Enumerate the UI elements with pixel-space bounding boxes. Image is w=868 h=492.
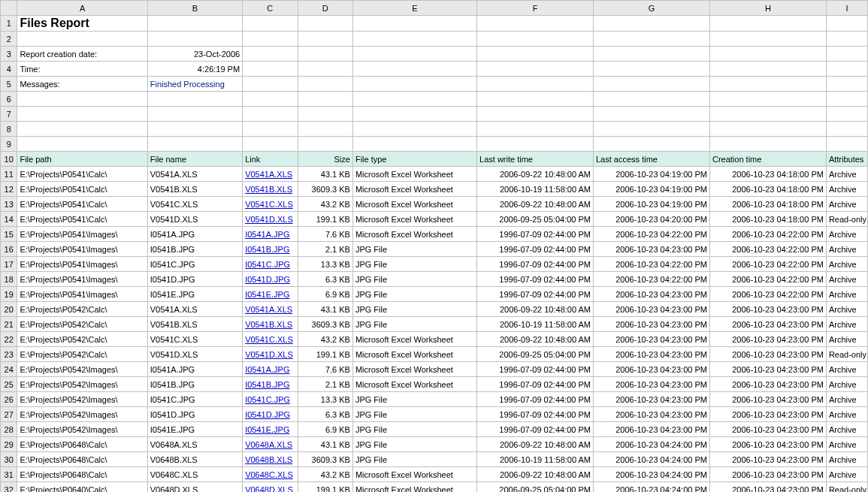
cell-file-type[interactable]: JPG File xyxy=(352,407,476,422)
cell-file-path[interactable]: E:\Projects\P0541\Images\ xyxy=(17,287,147,302)
cell[interactable] xyxy=(477,137,594,152)
cell[interactable] xyxy=(298,47,352,62)
row-header[interactable]: 32 xyxy=(1,482,17,493)
cell[interactable] xyxy=(298,122,352,137)
cell[interactable] xyxy=(477,107,594,122)
cell-last-access[interactable]: 2006-10-23 04:23:00 PM xyxy=(594,287,710,302)
cell-last-write[interactable]: 2006-09-25 05:04:00 PM xyxy=(477,212,594,227)
cell-file-name[interactable]: I0541E.JPG xyxy=(147,287,242,302)
cell-last-write[interactable]: 1996-07-09 02:44:00 PM xyxy=(477,362,594,377)
cell-link[interactable]: V0541B.XLS xyxy=(243,182,298,197)
cell-link[interactable]: I0541D.JPG xyxy=(243,272,298,287)
cell-creation[interactable]: 2006-10-23 04:22:00 PM xyxy=(709,242,826,257)
cell-link[interactable]: V0541A.XLS xyxy=(243,302,298,317)
row-header[interactable]: 14 xyxy=(1,212,17,227)
cell-file-name[interactable]: I0541A.JPG xyxy=(147,362,242,377)
cell[interactable] xyxy=(594,92,710,107)
cell-attributes[interactable]: Archive xyxy=(826,197,867,212)
cell-attributes[interactable]: Archive xyxy=(826,467,867,482)
page-title[interactable]: Files Report xyxy=(17,16,147,32)
cell-link[interactable]: V0541D.XLS xyxy=(243,212,298,227)
cell-link[interactable]: V0648B.XLS xyxy=(243,452,298,467)
cell-file-path[interactable]: E:\Projects\P0542\Images\ xyxy=(17,362,147,377)
cell-last-write[interactable]: 1996-07-09 02:44:00 PM xyxy=(477,227,594,242)
cell-link[interactable]: I0541E.JPG xyxy=(243,287,298,302)
cell-attributes[interactable]: Archive xyxy=(826,422,867,437)
cell-last-write[interactable]: 1996-07-09 02:44:00 PM xyxy=(477,422,594,437)
col-header[interactable]: C xyxy=(243,1,298,16)
cell[interactable] xyxy=(709,16,826,32)
cell-creation[interactable]: 2006-10-23 04:23:00 PM xyxy=(709,452,826,467)
cell[interactable] xyxy=(352,16,476,32)
cell-link[interactable]: V0541C.XLS xyxy=(243,197,298,212)
cell[interactable] xyxy=(826,137,867,152)
cell[interactable] xyxy=(477,32,594,47)
col-header[interactable]: I xyxy=(826,1,867,16)
hdr-last-access[interactable]: Last access time xyxy=(594,152,710,167)
cell[interactable] xyxy=(17,122,147,137)
cell[interactable] xyxy=(826,77,867,92)
cell-size[interactable]: 199.1 KB xyxy=(298,482,352,493)
row-header[interactable]: 12 xyxy=(1,182,17,197)
cell-file-name[interactable]: I0541D.JPG xyxy=(147,272,242,287)
cell-file-type[interactable]: JPG File xyxy=(352,422,476,437)
cell-creation[interactable]: 2006-10-23 04:22:00 PM xyxy=(709,287,826,302)
cell-creation[interactable]: 2006-10-23 04:22:00 PM xyxy=(709,257,826,272)
report-date-value[interactable]: 23-Oct-2006 xyxy=(147,47,242,62)
cell-file-name[interactable]: V0541A.XLS xyxy=(147,167,242,182)
time-value[interactable]: 4:26:19 PM xyxy=(147,62,242,77)
cell-attributes[interactable]: Archive xyxy=(826,452,867,467)
cell-creation[interactable]: 2006-10-23 04:23:00 PM xyxy=(709,377,826,392)
cell-file-type[interactable]: Microsoft Excel Worksheet xyxy=(352,362,476,377)
cell-creation[interactable]: 2006-10-23 04:18:00 PM xyxy=(709,167,826,182)
cell[interactable] xyxy=(298,32,352,47)
row-header[interactable]: 8 xyxy=(1,122,17,137)
cell-link[interactable]: V0648C.XLS xyxy=(243,467,298,482)
cell[interactable] xyxy=(709,47,826,62)
cell[interactable] xyxy=(17,92,147,107)
cell[interactable] xyxy=(243,16,298,32)
cell-size[interactable]: 6.3 KB xyxy=(298,272,352,287)
cell-file-path[interactable]: E:\Projects\P0541\Calc\ xyxy=(17,212,147,227)
row-header[interactable]: 16 xyxy=(1,242,17,257)
row-header[interactable]: 22 xyxy=(1,332,17,347)
row-header[interactable]: 26 xyxy=(1,392,17,407)
cell-file-type[interactable]: JPG File xyxy=(352,242,476,257)
cell-file-path[interactable]: E:\Projects\P0542\Images\ xyxy=(17,407,147,422)
cell-last-access[interactable]: 2006-10-23 04:19:00 PM xyxy=(594,182,710,197)
messages-label[interactable]: Messages: xyxy=(17,77,147,92)
cell-file-path[interactable]: E:\Projects\P0640\Calc\ xyxy=(17,482,147,493)
cell-last-write[interactable]: 1996-07-09 02:44:00 PM xyxy=(477,377,594,392)
cell-file-path[interactable]: E:\Projects\P0541\Calc\ xyxy=(17,182,147,197)
col-header[interactable]: A xyxy=(17,1,147,16)
cell-attributes[interactable]: Archive xyxy=(826,392,867,407)
cell-attributes[interactable]: Read-only xyxy=(826,482,867,493)
cell-attributes[interactable]: Archive xyxy=(826,272,867,287)
cell-last-write[interactable]: 2006-09-22 10:48:00 AM xyxy=(477,467,594,482)
cell-file-type[interactable]: Microsoft Excel Worksheet xyxy=(352,212,476,227)
cell[interactable] xyxy=(147,122,242,137)
col-header[interactable]: D xyxy=(298,1,352,16)
cell-last-access[interactable]: 2006-10-23 04:23:00 PM xyxy=(594,302,710,317)
cell-file-type[interactable]: JPG File xyxy=(352,302,476,317)
cell-last-write[interactable]: 1996-07-09 02:44:00 PM xyxy=(477,257,594,272)
cell-creation[interactable]: 2006-10-23 04:23:00 PM xyxy=(709,332,826,347)
cell-attributes[interactable]: Archive xyxy=(826,302,867,317)
row-header[interactable]: 9 xyxy=(1,137,17,152)
row-header[interactable]: 11 xyxy=(1,167,17,182)
cell-attributes[interactable]: Archive xyxy=(826,257,867,272)
cell-file-type[interactable]: Microsoft Excel Worksheet xyxy=(352,482,476,493)
row-header[interactable]: 17 xyxy=(1,257,17,272)
cell[interactable] xyxy=(352,122,476,137)
row-header[interactable]: 19 xyxy=(1,287,17,302)
cell-creation[interactable]: 2006-10-23 04:18:00 PM xyxy=(709,182,826,197)
cell-file-name[interactable]: I0541C.JPG xyxy=(147,392,242,407)
cell-file-name[interactable]: V0648C.XLS xyxy=(147,467,242,482)
cell[interactable] xyxy=(826,47,867,62)
row-header[interactable]: 3 xyxy=(1,47,17,62)
row-header[interactable]: 28 xyxy=(1,422,17,437)
cell-size[interactable]: 43.2 KB xyxy=(298,332,352,347)
cell[interactable] xyxy=(477,92,594,107)
cell[interactable] xyxy=(243,122,298,137)
cell-creation[interactable]: 2006-10-23 04:23:00 PM xyxy=(709,392,826,407)
